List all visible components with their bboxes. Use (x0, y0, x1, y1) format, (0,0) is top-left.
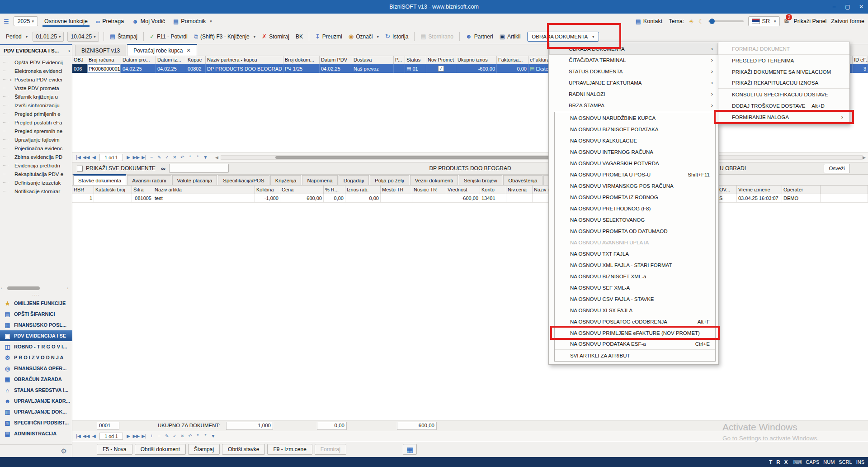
menu-item[interactable]: NA OSNOVU SEF XML-A (555, 282, 715, 293)
module-nav-item[interactable]: ▧ SPECIFIČNI PODSIST... (0, 417, 72, 428)
document-tab[interactable]: Povraćaj robe kupca ✕ (127, 44, 197, 56)
column-header[interactable]: Šifra (132, 186, 153, 194)
menu-item[interactable]: NA OSNOVU XML FAJLA - STARI FORMAT (555, 259, 715, 271)
sun-icon[interactable]: ☀ (689, 19, 694, 24)
module-nav-item[interactable]: ★ OMILJENE FUNKCIJE (0, 298, 72, 309)
module-nav-item[interactable]: ▦ FINANSIJSKO POSL... (0, 319, 72, 330)
messages-button[interactable]: ✉ 2 (784, 18, 789, 24)
sidebar-horizontal-scrollbar[interactable]: ‹ › (0, 285, 72, 291)
tree-item[interactable]: Elektronska evidenci (0, 67, 72, 75)
next-record-button[interactable]: ▶ (125, 154, 132, 161)
menu-item[interactable]: NA OSNOVU KALKULACIJE (555, 135, 715, 146)
prev-page-button[interactable]: ◀◀ (83, 154, 90, 161)
scrollbar-thumb[interactable] (7, 286, 40, 290)
module-nav-item[interactable]: ☻ UPRAVLJANJE KADR... (0, 396, 72, 406)
scroll-left-icon[interactable]: ◀ (215, 155, 221, 160)
menu-item[interactable]: NA OSNOVU VIRMANSKOG POS RAČUNA (555, 180, 715, 191)
next-page-button[interactable]: ▶▶ (133, 154, 140, 161)
menu-item[interactable]: NA OSNOVU PROMETA OD DATUMAOD (555, 225, 715, 237)
next-record-button[interactable]: ▶ (125, 433, 132, 440)
artikli-button[interactable]: ▣ Artikli (498, 32, 522, 42)
column-header[interactable]: Kupac (186, 56, 206, 64)
cancel-edit-button[interactable]: ✕ (171, 154, 178, 161)
table-row[interactable]: 1 081005 test -1,000 600,00 0,00 0,00 -6… (72, 194, 868, 203)
menu-item[interactable]: BRZA ŠTAMPA › (550, 100, 717, 111)
module-nav-item[interactable]: ▣ PDV EVIDENCIJA I SE (0, 330, 72, 341)
gear-icon[interactable]: ⚙ (61, 448, 67, 454)
detail-tab[interactable]: Vezni dokumenti (410, 175, 458, 185)
menu-item[interactable]: OBRADA DOKUMENTA › (550, 43, 717, 54)
column-header[interactable]: Nov Promet (426, 56, 456, 64)
menu-item[interactable]: NA OSNOVU BIZNISOFT XML-a (555, 271, 715, 282)
date-to-field[interactable]: 10.04.25 ▾ (67, 32, 99, 42)
prev-page-button[interactable]: ◀◀ (83, 433, 90, 440)
menu-item[interactable]: NA OSNOVU CSV FAJLA - STAVKE (555, 293, 715, 305)
column-header[interactable]: % R... (324, 186, 345, 194)
column-header[interactable]: Cena (280, 186, 324, 194)
search-input[interactable] (169, 164, 229, 173)
menu-item[interactable]: NA OSNOVU AVANSNIH UPLATA (555, 237, 715, 248)
moon-icon[interactable]: ☾ (698, 19, 704, 24)
submenu-item[interactable]: KONSULTUJ SPECIFIKACIJU DOSTAVE (718, 89, 849, 100)
menu-item[interactable]: NA OSNOVU PRETHODNOG (F8) (555, 203, 715, 214)
submenu-item[interactable]: FORMIRAJ DOKUMENT (718, 43, 849, 55)
tree-item[interactable]: Pojedinačna evidenc (0, 144, 72, 152)
column-header[interactable]: Ukupno iznos (456, 56, 497, 64)
tree-item[interactable]: Opšta PDV Evidencij (0, 58, 72, 67)
last-record-button[interactable]: ▶| (141, 433, 147, 440)
nov-promet-checkbox[interactable]: ✓ (438, 66, 444, 71)
menu-item[interactable]: NA OSNOVU PRIMLJENE eFAKTURE (NOV PROMET… (555, 327, 715, 338)
prev-record-button[interactable]: ◀ (90, 433, 97, 440)
filter-button[interactable]: ▼ (202, 154, 209, 161)
tree-item[interactable]: Rekapitulacija PDV e (0, 170, 72, 178)
theme-slider[interactable] (708, 20, 744, 22)
action-button[interactable]: Štampaj (188, 444, 220, 455)
detail-tab[interactable]: Knjiženja (270, 175, 302, 185)
submenu-item[interactable]: PREGLED PO TERENIMA (718, 55, 849, 66)
oznaci-button[interactable]: ◉ Označi ▾ (347, 32, 380, 42)
column-header[interactable]: Broj računa (87, 56, 121, 64)
column-header[interactable]: Datum iz... (156, 56, 186, 64)
column-header[interactable]: Konto (480, 186, 506, 194)
menu-item[interactable]: STATUS DOKUMENTA › (550, 66, 717, 77)
collapse-panel-icon[interactable]: ‹ (68, 48, 70, 54)
column-header[interactable]: Datum PDV (320, 56, 352, 64)
tree-item[interactable]: Pregled poslatih eFa (0, 118, 72, 127)
menu-item[interactable]: NA OSNOVU VAGARSKIH POTVRDA (555, 157, 715, 169)
tree-item[interactable]: Vrste PDV prometa (0, 84, 72, 92)
language-dropdown[interactable]: SR ▾ (748, 16, 780, 26)
action-button[interactable]: Obriši stavke (222, 444, 265, 455)
action-button[interactable]: Formiraj (315, 444, 346, 455)
column-header[interactable]: OBJ (72, 56, 87, 64)
action-button[interactable]: Obriši dokument (135, 444, 186, 455)
knjizenje-button[interactable]: ⧉ (Shift) F3 - Knjiženje ▾ (193, 32, 257, 42)
scroll-right-icon[interactable]: ▶ (863, 155, 868, 160)
column-header[interactable]: P... (394, 56, 405, 64)
date-from-field[interactable]: 01.01.25 ▾ (33, 32, 64, 42)
menu-item[interactable]: NA OSNOVU PODATAKA ESF-a Ctrl+E (555, 338, 715, 350)
storniraj-button[interactable]: ✗ Storniraj (260, 32, 291, 42)
menu-item[interactable]: ČITAČ/DATA TERMINAL › (550, 54, 717, 66)
zatvori-forme-button[interactable]: Zatvori forme (831, 18, 864, 24)
tree-item[interactable]: Pregled spremnih ne (0, 127, 72, 135)
post-edit-button[interactable]: ✓ (171, 433, 178, 440)
goto-bookmark-button[interactable]: * (202, 433, 209, 440)
panel-splitter[interactable]: :::: (0, 292, 72, 296)
prikazi-sve-label[interactable]: PRIKAŽI SVE DOKUMENTE (86, 165, 156, 172)
column-header[interactable]: ID eF... (853, 56, 868, 64)
menu-moj-vodic[interactable]: ☻ Moj Vodič (130, 16, 167, 27)
obrada-dokumenta-button[interactable]: OBRADA DOKUMENTA ▾ (527, 32, 599, 42)
module-nav-item[interactable]: ▥ UPRAVLJANJE DOK... (0, 406, 72, 417)
column-header[interactable]: Kataloški broj (94, 186, 132, 194)
tree-item[interactable]: Izvrši sinhronizaciju (0, 101, 72, 110)
detail-tab[interactable]: Specifikacija/POS (218, 175, 269, 185)
delete-record-button[interactable]: − (156, 433, 163, 440)
prikazi-panel-button[interactable]: Prikaži Panel (793, 18, 826, 24)
column-header[interactable]: Naziv artikla (153, 186, 255, 194)
menu-item[interactable]: NA OSNOVU POSLATOG eODOBRENJA Alt+F (555, 316, 715, 327)
last-record-button[interactable]: ▶| (141, 154, 147, 161)
slider-knob[interactable] (709, 19, 715, 24)
submenu-item[interactable]: DODAJ TROŠKOVE DOSTAVE Alt+D (718, 100, 849, 111)
first-record-button[interactable]: |◀ (75, 433, 82, 440)
minimize-button[interactable]: – (827, 0, 841, 14)
